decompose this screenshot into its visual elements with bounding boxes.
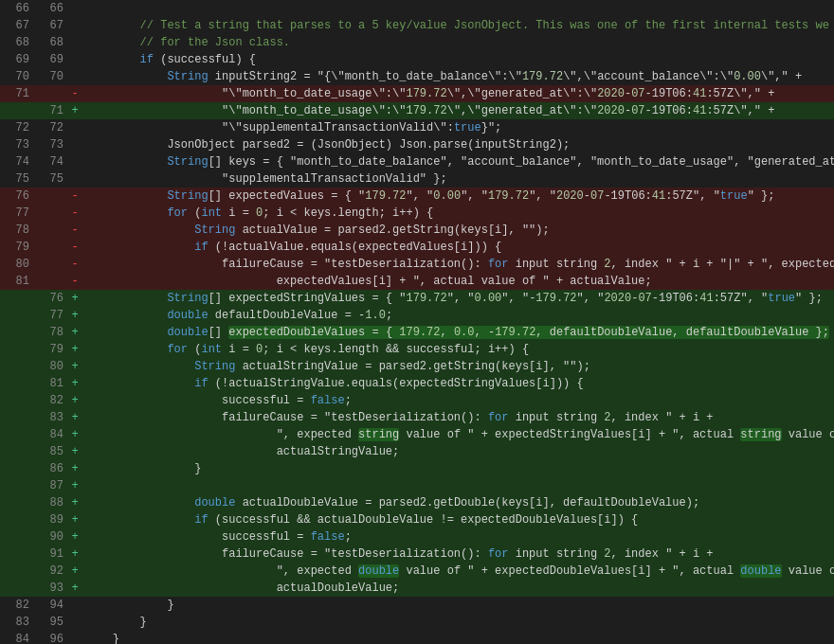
- table-row: 87+: [0, 477, 834, 494]
- old-line-number: [0, 392, 34, 409]
- code-text: if (successful) {: [82, 51, 834, 68]
- new-line-number: 95: [34, 614, 68, 631]
- code-text: JsonObject parsed2 = (JsonObject) Json.p…: [82, 136, 834, 153]
- new-line-number: 70: [34, 68, 68, 85]
- old-line-number: [0, 358, 34, 375]
- change-sign: -: [68, 222, 82, 239]
- table-row: 93+ actualDoubleValue;: [0, 580, 834, 597]
- code-text: failureCause = "testDeserialization(): f…: [82, 409, 834, 426]
- change-sign: [68, 51, 82, 68]
- code-text: double actualDoubleValue = parsed2.getDo…: [82, 494, 834, 511]
- table-row: 7474 String[] keys = { "month_to_date_ba…: [0, 153, 834, 170]
- code-text: actualStringValue;: [82, 443, 834, 460]
- table-row: 8496 }: [0, 631, 834, 644]
- new-line-number: 67: [34, 17, 68, 34]
- code-text: String inputString2 = "{\"month_to_date_…: [82, 68, 834, 85]
- new-line-number: 81: [34, 375, 68, 392]
- table-row: 71+ "\"month_to_date_usage\":\"179.72\",…: [0, 102, 834, 119]
- change-sign: +: [68, 307, 82, 324]
- code-text: for (int i = 0; i < keys.length && succe…: [82, 341, 834, 358]
- old-line-number: 76: [0, 188, 34, 205]
- code-text: "\"month_to_date_usage\":\"179.72\",\"ge…: [82, 102, 834, 119]
- old-line-number: 74: [0, 153, 34, 170]
- change-sign: [68, 34, 82, 51]
- change-sign: +: [68, 341, 82, 358]
- old-line-number: 69: [0, 51, 34, 68]
- old-line-number: [0, 511, 34, 528]
- new-line-number: 78: [34, 324, 68, 341]
- table-row: 79- if (!actualValue.equals(expectedValu…: [0, 239, 834, 256]
- table-row: 81+ if (!actualStringValue.equals(expect…: [0, 375, 834, 392]
- new-line-number: 93: [34, 580, 68, 597]
- old-line-number: 78: [0, 222, 34, 239]
- old-line-number: 79: [0, 239, 34, 256]
- code-text: ", expected string value of " + expected…: [82, 426, 834, 443]
- new-line-number: [34, 239, 68, 256]
- code-text: "\"month_to_date_usage\":\"179.72\",\"ge…: [82, 85, 834, 102]
- new-line-number: 91: [34, 546, 68, 563]
- old-line-number: [0, 375, 34, 392]
- new-line-number: 88: [34, 494, 68, 511]
- old-line-number: 80: [0, 256, 34, 273]
- old-line-number: 73: [0, 136, 34, 153]
- change-sign: +: [68, 375, 82, 392]
- table-row: 7373 JsonObject parsed2 = (JsonObject) J…: [0, 136, 834, 153]
- new-line-number: [34, 188, 68, 205]
- change-sign: +: [68, 494, 82, 511]
- diff-view: 66666767 // Test a string that parses to…: [0, 0, 834, 644]
- change-sign: [68, 614, 82, 631]
- table-row: 92+ ", expected double value of " + expe…: [0, 563, 834, 580]
- code-text: String actualValue = parsed2.getString(k…: [82, 222, 834, 239]
- table-row: 7272 "\"supplementalTransactionValid\":t…: [0, 119, 834, 136]
- change-sign: [68, 17, 82, 34]
- code-text: ", expected double value of " + expected…: [82, 563, 834, 580]
- new-line-number: 82: [34, 392, 68, 409]
- table-row: 7070 String inputString2 = "{\"month_to_…: [0, 68, 834, 85]
- new-line-number: 90: [34, 528, 68, 546]
- old-line-number: [0, 409, 34, 426]
- new-line-number: 69: [34, 51, 68, 68]
- new-line-number: 83: [34, 409, 68, 426]
- old-line-number: [0, 477, 34, 494]
- new-line-number: 76: [34, 290, 68, 307]
- new-line-number: 85: [34, 443, 68, 460]
- table-row: 90+ successful = false;: [0, 528, 834, 546]
- table-row: 89+ if (successful && actualDoubleValue …: [0, 511, 834, 528]
- old-line-number: [0, 290, 34, 307]
- code-text: String[] keys = { "month_to_date_balance…: [82, 153, 834, 170]
- table-row: 6868 // for the Json class.: [0, 34, 834, 51]
- old-line-number: [0, 528, 34, 546]
- new-line-number: 79: [34, 341, 68, 358]
- new-line-number: 72: [34, 119, 68, 136]
- code-text: failureCause = "testDeserialization(): f…: [82, 546, 834, 563]
- code-text: }: [82, 460, 834, 477]
- change-sign: [68, 631, 82, 644]
- old-line-number: 71: [0, 85, 34, 102]
- change-sign: +: [68, 358, 82, 375]
- new-line-number: 68: [34, 34, 68, 51]
- new-line-number: [34, 256, 68, 273]
- table-row: 6969 if (successful) {: [0, 51, 834, 68]
- old-line-number: 81: [0, 273, 34, 290]
- code-text: }: [82, 631, 834, 644]
- code-text: if (!actualValue.equals(expectedValues[i…: [82, 239, 834, 256]
- change-sign: +: [68, 580, 82, 597]
- table-row: 84+ ", expected string value of " + expe…: [0, 426, 834, 443]
- old-line-number: [0, 102, 34, 119]
- old-line-number: 72: [0, 119, 34, 136]
- new-line-number: 80: [34, 358, 68, 375]
- change-sign: -: [68, 273, 82, 290]
- change-sign: +: [68, 324, 82, 341]
- new-line-number: 77: [34, 307, 68, 324]
- old-line-number: 83: [0, 614, 34, 631]
- table-row: 85+ actualStringValue;: [0, 443, 834, 460]
- change-sign: +: [68, 290, 82, 307]
- code-text: [82, 477, 834, 494]
- new-line-number: [34, 273, 68, 290]
- change-sign: [68, 153, 82, 170]
- old-line-number: 66: [0, 0, 34, 17]
- change-sign: +: [68, 102, 82, 119]
- new-line-number: [34, 85, 68, 102]
- change-sign: [68, 68, 82, 85]
- old-line-number: [0, 580, 34, 597]
